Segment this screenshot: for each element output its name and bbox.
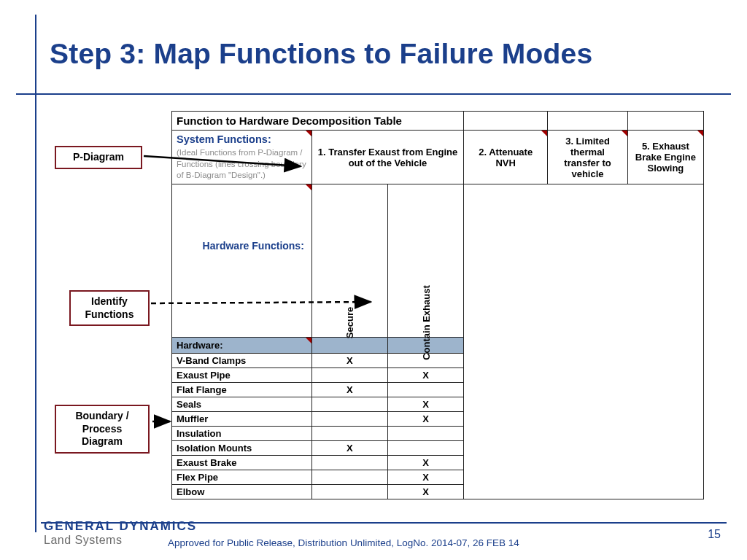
hw-c2: X <box>387 485 463 499</box>
hw-c2 <box>387 441 463 456</box>
table-header-row: Function to Hardware Decomposition Table <box>172 112 704 131</box>
hw-c1 <box>311 485 387 499</box>
slide: Step 3: Map Functions to Failure Modes P… <box>0 0 747 560</box>
blank-cell <box>627 112 703 131</box>
hw-c1 <box>311 456 387 470</box>
hardware-header-blank <box>311 338 387 354</box>
decomposition-table: Function to Hardware Decomposition Table… <box>171 111 704 499</box>
hw-c1 <box>311 397 387 412</box>
hardware-functions-label: Hardware Functions: <box>179 240 304 252</box>
callout-identify-functions: Identify Functions <box>69 290 150 326</box>
sys-func-2: 2. Attenuate NVH <box>464 131 548 184</box>
hw-c2: X <box>387 470 463 485</box>
hw-name: Muffler <box>172 412 312 427</box>
hw-name: Exaust Brake <box>172 456 312 470</box>
table-title: Function to Hardware Decomposition Table <box>172 112 464 131</box>
page-title: Step 3: Map Functions to Failure Modes <box>50 38 592 70</box>
rule-horizontal <box>16 93 731 95</box>
hw-func-col-contain: Contain Exhaust <box>387 184 463 338</box>
hw-c2 <box>387 427 463 441</box>
hardware-header: Hardware: <box>172 338 312 354</box>
hw-func-col-secure: Secure <box>311 184 387 338</box>
comment-indicator-icon <box>622 131 627 136</box>
hw-name: Elbow <box>172 485 312 499</box>
hw-name: V-Band Clamps <box>172 354 312 368</box>
hw-c2: X <box>387 397 463 412</box>
hardware-functions-row: Hardware Functions: Secure Contain Exhau… <box>172 184 704 338</box>
system-functions-note: (Ideal Functions from P-Diagram / Functi… <box>177 148 306 180</box>
rule-vertical <box>35 15 36 532</box>
logo-top: GENERAL DYNAMICS <box>44 519 197 534</box>
hw-name: Isolation Mounts <box>172 441 312 456</box>
hw-c1 <box>311 470 387 485</box>
system-functions-label: System Functions: <box>177 133 271 145</box>
system-functions-row: System Functions: (Ideal Functions from … <box>172 131 704 184</box>
comment-indicator-icon <box>697 131 703 136</box>
table: Function to Hardware Decomposition Table… <box>171 111 704 499</box>
hw-c1: X <box>311 441 387 456</box>
comment-indicator-icon <box>306 184 311 190</box>
hw-name: Exaust Pipe <box>172 368 312 383</box>
hw-name: Insulation <box>172 427 312 441</box>
callout-boundary-diagram: Boundary / Process Diagram <box>55 405 150 454</box>
hw-c2: X <box>387 412 463 427</box>
hw-name: Flat Flange <box>172 383 312 397</box>
hw-c1: X <box>311 354 387 368</box>
hw-c1 <box>311 368 387 383</box>
blank-area <box>464 184 704 499</box>
hw-c1 <box>311 412 387 427</box>
system-functions-label-cell: System Functions: (Ideal Functions from … <box>172 131 312 184</box>
page-number: 15 <box>708 528 721 541</box>
hw-name: Seals <box>172 397 312 412</box>
hw-c1 <box>311 427 387 441</box>
blank-cell <box>464 112 548 131</box>
hw-c2 <box>387 383 463 397</box>
comment-indicator-icon <box>306 131 311 136</box>
release-statement: Approved for Public Release, Distributio… <box>168 537 519 548</box>
hw-c1: X <box>311 383 387 397</box>
comment-indicator-icon <box>306 338 311 343</box>
hw-c2: X <box>387 368 463 383</box>
hardware-functions-label-cell: Hardware Functions: <box>172 184 312 338</box>
blank-cell <box>548 112 628 131</box>
comment-indicator-icon <box>541 131 547 136</box>
hw-c2: X <box>387 456 463 470</box>
sys-func-3: 3. Limited thermal transfer to vehicle <box>548 131 628 184</box>
sys-func-1: 1. Transfer Exaust from Engine out of th… <box>311 131 463 184</box>
sys-func-5: 5. Exhaust Brake Engine Slowing <box>627 131 703 184</box>
hw-name: Flex Pipe <box>172 470 312 485</box>
callout-p-diagram: P-Diagram <box>55 146 142 169</box>
